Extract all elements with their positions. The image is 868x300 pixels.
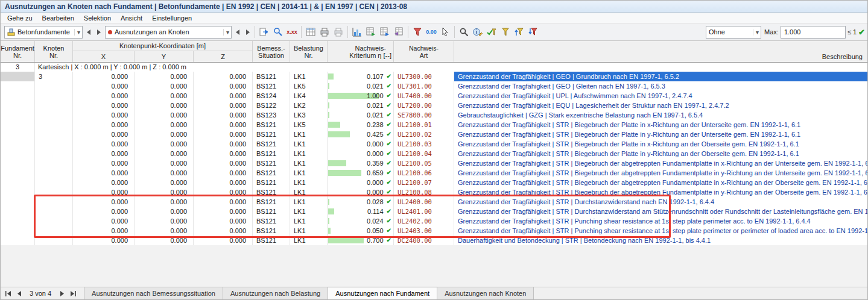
cell-nachweis-art: UL7200.00 [394,101,454,110]
zero-filter-icon[interactable]: 0.00 [425,25,438,39]
tab-1[interactable]: Ausnutzungen nach Bemessungssituation [84,287,223,299]
result-diagram-icon[interactable] [350,25,364,39]
prev-module-button[interactable] [84,25,93,39]
jump-to-graphic-icon[interactable] [258,25,271,39]
edit-comment-icon[interactable]: i [471,25,484,39]
table-row[interactable]: 0.0000.0000.000BS121LK10.028✔UL2400.00Gr… [1,197,867,207]
export-excel-icon[interactable] [364,25,378,39]
result-table-select[interactable]: Ausnutzungen an Knoten ▾ [105,26,232,39]
cell-knoten [35,139,73,149]
tab-2[interactable]: Ausnutzungen nach Belastung [223,287,328,299]
table-row[interactable]: 30.0000.0000.000BS121LK10.107✔UL7300.00G… [1,72,867,81]
select-cursor-icon[interactable] [439,25,452,39]
search-icon[interactable] [457,25,470,39]
cell-y: 0.000 [135,130,194,139]
decimal-places-icon[interactable]: x.xx [285,25,299,39]
table-row[interactable]: 0.0000.0000.000BS121LK10.024✔UL2402.00Gr… [1,216,867,226]
window-title: Ausnutzungen an Knoten nach Fundament | … [1,1,867,13]
cell-beschreibung: Grenzzustand der Tragfähigkeit | STR | B… [454,130,867,139]
export-table-icon[interactable] [378,25,391,39]
result-table-select-value: Ausnutzungen an Knoten [115,28,221,36]
table-row[interactable]: 0.0000.0000.000BS121LK10.359✔UL2100.05Gr… [1,158,867,168]
cell-situation: BS121 [253,168,290,178]
table-row[interactable]: 0.0000.0000.000BS124LK41.000✔UL7400.00Gr… [1,91,867,101]
pass-check-icon: ✔ [387,130,391,139]
criterion-bar [328,83,329,89]
cell-nachweis-art: UL2100.06 [394,168,454,178]
cell-nachweis-art: SE7800.00 [394,110,454,120]
color-scale-select[interactable]: Ohne ▾ [706,26,761,39]
cell-fundament [1,216,35,226]
cell-y: 0.000 [135,226,194,236]
cell-fundament [1,91,35,101]
cell-knoten [35,120,73,130]
filter-down-icon[interactable] [527,25,540,39]
tab-4[interactable]: Ausnutzungen nach Knoten [437,287,534,299]
cell-knoten [35,187,73,197]
filter-check-icon[interactable] [485,25,498,39]
print-all-icon[interactable] [332,25,345,39]
cell-kriterium: 0.700✔ [328,236,394,245]
next-module-button[interactable] [94,25,103,39]
module-select[interactable]: Betonfundamente ▾ [4,26,83,39]
cell-y: 0.000 [135,149,194,158]
cell-nachweis-art: UL2100.05 [394,158,454,168]
cell-x: 0.000 [73,91,135,101]
table-row[interactable]: 0.0000.0000.000BS121LK50.238✔UL2100.01Gr… [1,120,867,130]
cell-nachweis-art: UL2100.04 [394,149,454,158]
prev-table-button[interactable] [233,25,242,39]
next-page-button[interactable] [57,289,67,298]
prev-page-button[interactable] [14,289,24,298]
cell-knoten [35,149,73,158]
menu-bearbeiten[interactable]: Bearbeiten [37,13,79,23]
menu-selektion[interactable]: Selektion [79,13,116,23]
cell-kriterium: 0.050✔ [328,226,394,236]
criterion-bar [328,160,346,166]
table-row[interactable]: 0.0000.0000.000BS121LK10.659✔UL2100.06Gr… [1,168,867,178]
cell-z: 0.000 [194,101,253,110]
header-situation: Bemess.- Situation [253,41,290,62]
table-row[interactable]: 0.0000.0000.000BS121LK50.021✔UL7301.00Gr… [1,81,867,91]
group-row[interactable]: 3 Kartesisch | X : 0.000 m | Y : 0.000 m… [1,63,867,72]
cell-situation: BS121 [253,178,290,187]
table-row[interactable]: 0.0000.0000.000BS121LK10.114✔UL2401.00Gr… [1,207,867,216]
filter-all-icon[interactable] [499,25,512,39]
table-row[interactable]: 0.0000.0000.000BS121LK10.700✔DC2400.00Da… [1,236,867,245]
cell-knoten [35,130,73,139]
cell-y: 0.000 [135,168,194,178]
table-row[interactable]: 0.0000.0000.000BS121LK10.000✔UL2100.08Gr… [1,187,867,197]
cell-nachweis-art: UL2100.07 [394,178,454,187]
table-row[interactable]: 0.0000.0000.000BS121LK10.000✔UL2100.03Gr… [1,139,867,149]
cell-z: 0.000 [194,149,253,158]
menu-einstellungen[interactable]: Einstellungen [147,13,197,23]
table-row[interactable]: 0.0000.0000.000BS122LK20.021✔UL7200.00Gr… [1,101,867,110]
cell-y: 0.000 [135,207,194,216]
next-table-button[interactable] [243,25,252,39]
criterion-bar [328,228,331,234]
first-page-button[interactable] [3,289,13,298]
show-in-graphic-icon[interactable] [271,25,285,39]
cell-beschreibung: Dauerhaftigkeit und Betondeckung | STR |… [454,236,867,245]
cell-y: 0.000 [135,139,194,149]
print-icon[interactable] [318,25,331,39]
table-row[interactable]: 0.0000.0000.000BS121LK10.050✔UL2403.00Gr… [1,226,867,236]
cell-belastung: LK5 [290,81,328,91]
menu-ansicht[interactable]: Ansicht [116,13,147,23]
table-row[interactable]: 0.0000.0000.000BS121LK10.425✔UL2100.02Gr… [1,130,867,139]
tab-3[interactable]: Ausnutzungen nach Fundament [328,287,437,299]
last-page-button[interactable] [68,289,78,298]
menu-gehe-zu[interactable]: Gehe zu [2,13,37,23]
max-value-input[interactable]: 1.000 [781,26,846,39]
cell-y: 0.000 [135,72,194,81]
table-row[interactable]: 0.0000.0000.000BS121LK10.000✔UL2100.07Gr… [1,178,867,187]
cell-belastung: LK1 [290,226,328,236]
filter-icon[interactable] [411,25,424,39]
cell-kriterium: 0.028✔ [328,197,394,207]
table-row[interactable]: 0.0000.0000.000BS123LK30.021✔SE7800.00Ge… [1,110,867,120]
table-settings-icon[interactable] [304,25,317,39]
filter-up-icon[interactable] [513,25,526,39]
table-row[interactable]: 0.0000.0000.000BS121LK10.000✔UL2100.04Gr… [1,149,867,158]
import-table-icon[interactable] [392,25,405,39]
cell-knoten [35,207,73,216]
cell-beschreibung: Grenzzustand der Tragfähigkeit | STR | B… [454,187,867,197]
